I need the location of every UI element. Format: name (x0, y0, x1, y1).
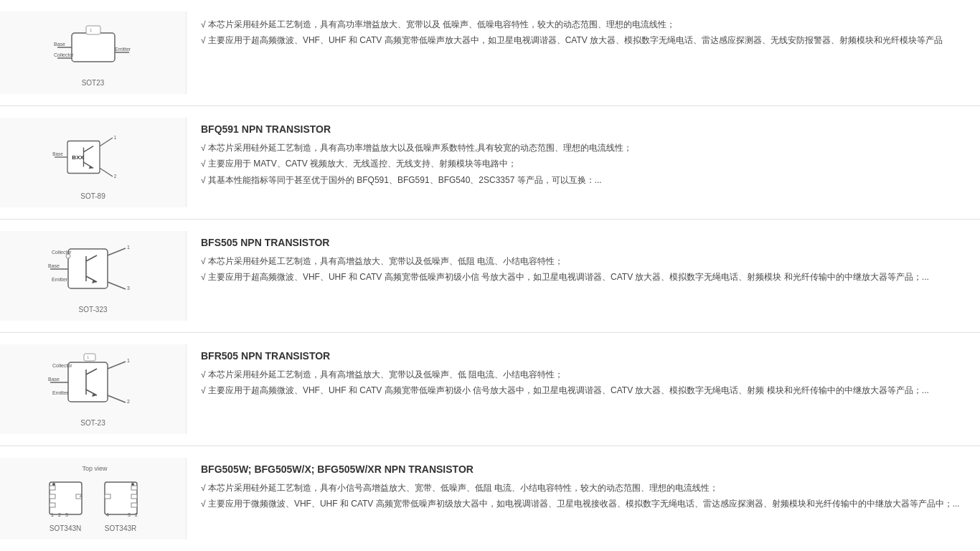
desc-line-2: √ 主要应用于 MATV、CATV 视频放大、无线遥控、无线支持、射频模块等电路… (201, 156, 966, 171)
product-desc-bfg505w: √ 本芯片采用硅外延工艺制造，具有小信号高增益放大、宽带、低噪声、低阻 电流、小… (201, 481, 966, 512)
svg-text:Base: Base (54, 42, 65, 47)
desc-line-2: √ 主要应用于超高频微波、VHF、UHF 和 CATV 高频宽带低噪声初级小 信… (201, 383, 966, 397)
svg-line-15 (100, 138, 113, 146)
image-col-1: 1 2 3 4 SOT343N (42, 475, 89, 532)
product-info-bfs505: BFS505 NPN TRANSISTOR √ 本芯片采用硅外延工艺制造，具有高… (187, 231, 980, 292)
package-label: SOT23 (82, 79, 105, 87)
svg-text:Base: Base (48, 377, 60, 382)
svg-line-16 (100, 168, 113, 176)
product-item-bfs505: Base 1 3 Collector Emitter SOT-323 BFS50… (0, 220, 980, 333)
svg-line-41 (108, 362, 126, 369)
desc-line-3: √ 其基本性能指标等同于甚至优于国外的 BFQ591、BFG591、BFG540… (201, 173, 966, 187)
title-type: NPN (241, 350, 265, 362)
product-info-bfg505w: BFG505W; BFG505W/X; BFG505W/XR NPN TRANS… (187, 458, 980, 519)
product-list: Collector Base Emitter 1 SOT23 √ 本芯片采用硅外… (0, 0, 980, 551)
image-container: Base 1 2 BXX SOT-89 (47, 125, 140, 200)
svg-text:BXX: BXX (72, 154, 84, 161)
product-desc-bfr505: √ 本芯片采用硅外延工艺制造，具有高增益放大、宽带以及低噪声、低 阻电流、小结电… (201, 367, 966, 398)
product-image: Collector Base Emitter 1 SOT23 (0, 11, 187, 94)
svg-text:2: 2 (58, 512, 61, 517)
product-desc-bfq591: √ 本芯片采用硅外延工艺制造，具有高功率增益放大以及低噪声系数特性,具有较宽的动… (201, 141, 966, 187)
product-info: √ 本芯片采用硅外延工艺制造，具有高功率增益放大、宽带以及 低噪声、低噪电容特性… (187, 11, 980, 55)
product-item-bfg505w: Top view 1 (0, 446, 980, 551)
svg-rect-7 (86, 26, 100, 34)
image-container: Collector Base Emitter 1 SOT23 (50, 19, 136, 87)
svg-point-65 (131, 483, 134, 486)
svg-text:Base: Base (52, 151, 63, 156)
desc-line-1: √ 本芯片采用硅外延工艺制造，具有高功率增益放大、宽带以及 低噪声、低噪电容特性… (201, 17, 966, 32)
svg-text:2: 2 (135, 512, 138, 517)
svg-rect-48 (84, 354, 95, 361)
title-transistor: TRANSISTOR (265, 237, 330, 248)
package-label-bfr505: SOT-23 (80, 419, 105, 427)
product-image-bfs505: Base 1 3 Collector Emitter SOT-323 (0, 231, 187, 321)
svg-rect-53 (50, 503, 55, 507)
svg-text:2: 2 (127, 399, 130, 404)
svg-text:4: 4 (80, 494, 83, 499)
desc-line-2: √ 主要应用于微频微波、VHF、UHF 和 CATV 高频宽带低噪声初级放大器中… (201, 496, 966, 511)
svg-line-42 (108, 395, 126, 402)
product-desc: √ 本芯片采用硅外延工艺制造，具有高功率增益放大、宽带以及 低噪声、低噪电容特性… (201, 17, 966, 48)
svg-point-55 (52, 483, 55, 486)
svg-text:Base: Base (48, 263, 60, 268)
title-type: NPN (385, 463, 408, 475)
svg-text:Collector: Collector (54, 52, 74, 57)
svg-text:Emitter: Emitter (115, 47, 131, 52)
title-name: BFS505 (201, 237, 237, 248)
svg-text:Collector: Collector (52, 250, 72, 255)
svg-rect-21 (68, 249, 108, 288)
product-item: Collector Base Emitter 1 SOT23 √ 本芯片采用硅外… (0, 0, 980, 106)
product-desc-bfs505: √ 本芯片采用硅外延工艺制造，具有高增益放大、宽带以及低噪声、低阻 电流、小结电… (201, 254, 966, 285)
product-info-bfr505: BFR505 NPN TRANSISTOR √ 本芯片采用硅外延工艺制造，具有高… (187, 344, 980, 405)
svg-line-28 (108, 282, 126, 289)
svg-text:1: 1 (51, 512, 54, 517)
desc-line-1: √ 本芯片采用硅外延工艺制造，具有高增益放大、宽带以及低噪声、低阻 电流、小结电… (201, 254, 966, 268)
product-image-bfq591: Base 1 2 BXX SOT-89 (0, 118, 187, 207)
image-container: Top view 1 (42, 465, 144, 532)
svg-text:Collector: Collector (52, 363, 72, 368)
package-label-bfq591: SOT-89 (80, 192, 105, 200)
product-info-bfq591: BFQ591 NPN TRANSISTOR √ 本芯片采用硅外延工艺制造，具有高… (187, 118, 980, 194)
desc-line-1: √ 本芯片采用硅外延工艺制造，具有高功率增益放大以及低噪声系数特性,具有较宽的动… (201, 141, 966, 155)
title-name: BFG505W; BFG505W/X; BFG505W/XR (201, 463, 382, 475)
title-type: NPN (240, 237, 264, 248)
svg-rect-51 (50, 486, 55, 490)
image-container: Base 1 3 Collector Emitter SOT-323 (47, 238, 140, 314)
svg-text:3: 3 (128, 512, 131, 517)
svg-rect-35 (68, 362, 108, 402)
product-title-bfr505: BFR505 NPN TRANSISTOR (201, 350, 966, 362)
product-title-bfq591: BFQ591 NPN TRANSISTOR (201, 123, 966, 135)
product-title-bfg505w: BFG505W; BFG505W/X; BFG505W/XR NPN TRANS… (201, 463, 966, 475)
svg-text:1: 1 (127, 245, 130, 250)
desc-line-2: √ 主要应用于超高频微波、VHF、UHF 和 CATV 高频宽带低噪声放大器中，… (201, 33, 966, 47)
title-name: BFR505 (201, 350, 238, 362)
image-col-2: 4 3 2 SOT343R (98, 475, 144, 532)
svg-rect-64 (105, 494, 110, 499)
product-image-bfr505: Base Collector Emitter 1 2 1 SOT-23 (0, 344, 187, 434)
svg-text:Emitter: Emitter (52, 277, 68, 282)
title-transistor: TRANSISTOR (265, 123, 331, 135)
svg-rect-62 (131, 494, 137, 499)
svg-text:1: 1 (113, 135, 116, 140)
desc-line-2: √ 主要应用于超高频微波、VHF、UHF 和 CATV 高频宽带低噪声初级小信 … (201, 270, 966, 284)
svg-rect-0 (72, 33, 115, 62)
title-transistor: TRANSISTOR (408, 463, 473, 475)
svg-rect-61 (131, 486, 137, 490)
desc-line-1: √ 本芯片采用硅外延工艺制造，具有高增益放大、宽带以及低噪声、低 阻电流、小结电… (201, 367, 966, 382)
svg-text:3: 3 (127, 286, 130, 291)
title-transistor: TRANSISTOR (265, 350, 330, 362)
product-title-bfs505: BFS505 NPN TRANSISTOR (201, 237, 966, 248)
svg-text:3: 3 (65, 512, 68, 517)
product-item-bfq591: Base 1 2 BXX SOT-89 BFQ591 NPN TRANSISTO… (0, 106, 980, 220)
image-row: 1 2 3 4 SOT343N (42, 475, 144, 532)
package-label-1: SOT343N (50, 524, 81, 532)
svg-rect-63 (131, 503, 137, 507)
title-type: NPN (242, 123, 265, 135)
package-label-2: SOT343R (105, 524, 136, 532)
svg-line-27 (108, 248, 126, 255)
svg-text:2: 2 (113, 174, 116, 179)
package-label-bfs505: SOT-323 (78, 306, 107, 314)
svg-rect-52 (50, 494, 55, 499)
svg-text:Emitter: Emitter (52, 390, 69, 395)
svg-text:1: 1 (127, 358, 130, 363)
